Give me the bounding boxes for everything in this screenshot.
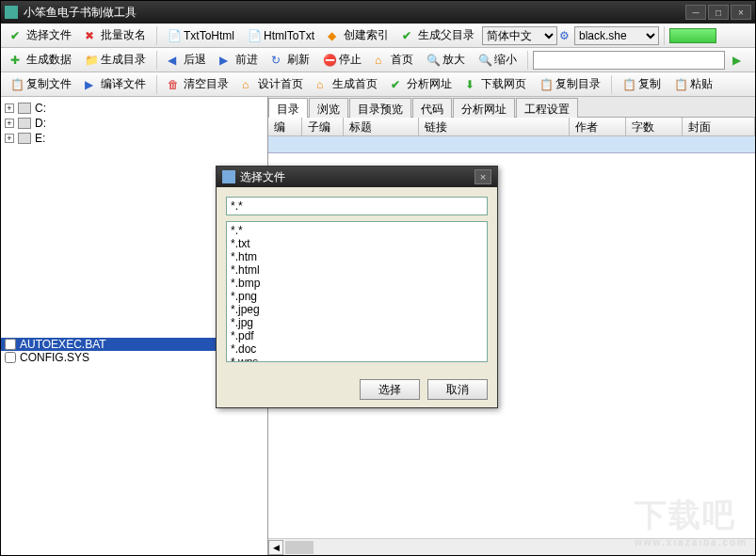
paste-button[interactable]: 📋粘贴 (668, 73, 718, 95)
gen-parent-dir-button[interactable]: ✔生成父目录 (396, 24, 480, 46)
tab-project[interactable]: 工程设置 (516, 98, 578, 118)
url-input[interactable] (533, 51, 725, 70)
toolbar-3: 📋复制文件 ▶编译文件 🗑清空目录 ⌂设计首页 ⌂生成首页 ✔分析网址 ⬇下载网… (1, 72, 755, 97)
home-button[interactable]: ⌂首页 (369, 49, 419, 71)
dialog-title: 选择文件 (240, 169, 475, 185)
list-item[interactable]: *.doc (231, 342, 483, 356)
dialog-close-button[interactable]: × (475, 169, 491, 184)
language-select[interactable]: 简体中文 (482, 26, 557, 45)
dialog-titlebar[interactable]: 选择文件 × (217, 167, 497, 187)
compile-file-button[interactable]: ▶编译文件 (79, 73, 152, 95)
copy-icon: 📋 (622, 78, 635, 91)
col-author[interactable]: 作者 (570, 118, 626, 135)
scroll-left-icon[interactable]: ◀ (268, 540, 283, 555)
file-name: CONFIG.SYS (20, 351, 89, 364)
expand-icon[interactable]: + (5, 119, 14, 128)
separator (527, 51, 528, 70)
copy-label: 复制 (638, 76, 661, 92)
select-file-button[interactable]: ✔选择文件 (5, 24, 77, 46)
back-label: 后退 (184, 52, 206, 68)
batch-rename-button[interactable]: ✖批量改名 (79, 24, 152, 46)
cancel-button[interactable]: 取消 (427, 379, 488, 400)
back-button[interactable]: ◀后退 (162, 49, 212, 71)
list-item[interactable]: *.jpg (231, 316, 483, 329)
gen-dir-button[interactable]: 📁生成目录 (79, 49, 152, 71)
tree-item[interactable]: +D: (5, 116, 264, 131)
folder-icon: 📁 (85, 54, 98, 67)
col-wordcount[interactable]: 字数 (626, 118, 683, 135)
gen-parent-dir-label: 生成父目录 (418, 27, 475, 43)
analyze-url-label: 分析网址 (407, 76, 452, 92)
refresh-button[interactable]: ↻刷新 (265, 49, 315, 71)
file-checkbox[interactable] (5, 352, 16, 363)
tab-preview[interactable]: 目录预览 (349, 98, 411, 118)
forward-button[interactable]: ▶前进 (214, 49, 264, 71)
zoom-out-button[interactable]: 🔍缩小 (473, 49, 523, 71)
col-title[interactable]: 标题 (344, 118, 419, 135)
maximize-button[interactable]: □ (708, 5, 729, 20)
window-buttons: ─ □ × (685, 5, 751, 20)
list-item[interactable]: *.pdf (231, 329, 483, 342)
design-home-button[interactable]: ⌂设计首页 (236, 73, 309, 95)
separator (156, 51, 157, 70)
forward-label: 前进 (235, 52, 258, 68)
copy-icon: 📋 (539, 78, 553, 91)
copy-file-button[interactable]: 📋复制文件 (5, 73, 77, 95)
list-item[interactable]: *.txt (231, 237, 483, 250)
download-web-button[interactable]: ⬇下载网页 (459, 73, 532, 95)
col-subnumber[interactable]: 子编号 (302, 118, 344, 135)
tree-item[interactable]: +E: (5, 131, 264, 146)
tab-directory[interactable]: 目录 (268, 98, 308, 118)
home-label: 首页 (391, 52, 413, 68)
clear-dir-label: 清空目录 (184, 76, 229, 92)
list-item[interactable]: *.wps (231, 356, 483, 362)
compile-icon: ▶ (85, 78, 98, 91)
list-item[interactable]: *.png (231, 290, 483, 303)
copy-file-label: 复制文件 (26, 76, 72, 92)
close-button[interactable]: × (731, 5, 751, 20)
scroll-thumb[interactable] (285, 541, 314, 554)
expand-icon[interactable]: + (5, 134, 14, 143)
minimize-button[interactable]: ─ (685, 5, 706, 20)
compile-file-label: 编译文件 (101, 76, 146, 92)
tab-code[interactable]: 代码 (412, 98, 452, 118)
go-button[interactable]: ▶ (727, 51, 751, 70)
tab-bar: 目录 浏览 目录预览 代码 分析网址 工程设置 (268, 97, 755, 118)
list-item[interactable]: *.html (231, 263, 483, 277)
horizontal-scrollbar[interactable]: ◀ (268, 538, 755, 555)
zoom-out-label: 缩小 (494, 52, 517, 68)
theme-select[interactable]: black.she (574, 26, 659, 45)
filter-input[interactable] (226, 197, 488, 215)
zoom-in-button[interactable]: 🔍放大 (421, 49, 471, 71)
copy-button[interactable]: 📋复制 (617, 73, 667, 95)
clear-dir-button[interactable]: 🗑清空目录 (162, 73, 234, 95)
separator (156, 75, 157, 94)
app-icon (5, 6, 18, 19)
file-checkbox[interactable] (5, 339, 16, 350)
list-item[interactable]: *.* (231, 224, 483, 237)
plus-icon: ✚ (10, 54, 24, 67)
tab-browse[interactable]: 浏览 (309, 98, 348, 118)
analyze-url-button[interactable]: ✔分析网址 (385, 73, 458, 95)
txt-to-html-button[interactable]: 📄TxtToHtml (162, 26, 240, 45)
tab-analyze[interactable]: 分析网址 (453, 98, 515, 118)
col-cover[interactable]: 封面 (683, 118, 755, 135)
list-item[interactable]: *.jpeg (231, 303, 483, 316)
gen-home-button[interactable]: ⌂生成首页 (311, 73, 383, 95)
list-item[interactable]: *.htm (231, 250, 483, 263)
html-to-txt-button[interactable]: 📄HtmlToTxt (242, 26, 320, 45)
filter-list[interactable]: *.* *.txt *.htm *.html *.bmp *.png *.jpe… (226, 221, 488, 362)
create-index-button[interactable]: ◆创建索引 (322, 24, 394, 46)
gen-dir-label: 生成目录 (101, 52, 146, 68)
col-number[interactable]: 编号 (268, 118, 302, 135)
tree-item[interactable]: +C: (5, 101, 264, 116)
doc-icon: 📄 (168, 29, 181, 42)
list-item[interactable]: *.bmp (231, 277, 483, 290)
col-link[interactable]: 链接 (419, 118, 570, 135)
copy-dir-button[interactable]: 📋复制目录 (534, 73, 606, 95)
stop-button[interactable]: ⛔停止 (317, 49, 367, 71)
expand-icon[interactable]: + (5, 103, 14, 113)
select-file-label: 选择文件 (26, 27, 72, 43)
select-button[interactable]: 选择 (360, 379, 420, 400)
gen-data-button[interactable]: ✚生成数据 (5, 49, 77, 71)
